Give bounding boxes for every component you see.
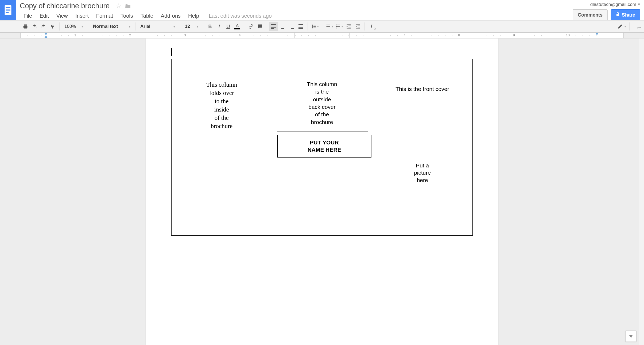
last-edit-label[interactable]: Last edit was seconds ago [203,11,276,21]
right-indent-marker[interactable] [595,33,599,35]
col2-line: brochure [277,118,367,126]
account-menu[interactable]: dlastutech@gmail.com ▾ [590,2,640,7]
caret-down-icon: ▾ [82,25,83,28]
toolbar-separator [364,22,365,30]
title-bar: Copy of chiccarine brochure ☆ File Edit … [0,0,644,20]
header-buttons: Comments Share [573,9,640,21]
line-spacing-button[interactable]: ▾ [310,22,320,31]
menu-addons[interactable]: Add-ons [157,11,185,21]
toolbar-separator [180,22,180,30]
folder-icon[interactable] [125,3,131,8]
first-line-indent-marker[interactable] [44,33,48,35]
bulleted-list-button[interactable]: ▾ [334,22,344,31]
align-left-button[interactable] [269,22,278,31]
caret-down-icon: ▾ [197,25,198,28]
editing-mode-button[interactable]: ▾ [616,22,627,31]
menu-help[interactable]: Help [184,11,203,21]
svg-rect-4 [6,12,9,13]
header-right: dlastutech@gmail.com ▾ Comments Share [573,2,640,21]
menu-view[interactable]: View [53,11,72,21]
svg-point-7 [336,28,337,28]
menu-tools[interactable]: Tools [117,11,137,21]
print-button[interactable] [21,22,30,31]
bold-button[interactable]: B [205,22,215,31]
col1-line: of the [177,114,266,122]
star-icon[interactable]: ☆ [116,2,121,9]
menu-edit[interactable]: Edit [36,11,52,21]
col2-line: This column [277,80,367,88]
text-cursor [171,48,172,56]
undo-button[interactable] [30,22,39,31]
brochure-col-1[interactable]: This column folds over to the inside of … [172,59,272,236]
col1-line: brochure [177,122,266,130]
decrease-indent-button[interactable] [344,22,353,31]
redo-button[interactable] [39,22,48,31]
share-button-label: Share [622,12,635,18]
paragraph-style-combo[interactable]: Normal text ▾ [90,22,133,31]
vertical-scrollbar[interactable] [639,39,644,345]
increase-indent-button[interactable] [353,22,362,31]
horizontal-ruler[interactable]: 1 2 3 4 5 6 7 8 9 10 [0,33,644,39]
insert-comment-button[interactable] [255,22,265,31]
italic-button[interactable]: I [215,22,224,31]
svg-rect-0 [5,5,11,15]
left-indent-marker[interactable] [44,35,48,38]
toolbar-separator [629,22,630,30]
account-email: dlastutech@gmail.com [590,2,636,7]
caret-down-icon: ▾ [332,25,333,28]
toolbar-right: ▾ ︽ [616,22,642,31]
insert-link-button[interactable] [246,22,255,31]
caret-down-icon: ▾ [342,25,343,28]
brochure-table[interactable]: This column folds over to the inside of … [171,59,473,236]
zoom-value: 100% [64,24,76,29]
font-size-value: 12 [185,24,190,29]
caret-down-icon: ▾ [129,25,130,28]
paint-format-button[interactable] [48,22,57,31]
align-justify-button[interactable] [296,22,305,31]
svg-rect-2 [6,9,10,10]
col2-text: This column is the outside back cover of… [277,80,367,126]
text-color-button[interactable]: A [233,22,242,31]
menu-file[interactable]: File [20,11,36,21]
toolbar-separator [88,22,88,30]
clear-formatting-button[interactable]: I ✕ [367,22,376,31]
paragraph-style-value: Normal text [93,24,118,29]
col1-line: to the [177,97,266,105]
toolbar-separator [308,22,308,30]
underline-button[interactable]: U [224,22,233,31]
pic-line: here [378,177,467,184]
menu-table[interactable]: Table [137,11,157,21]
toolbar-separator [203,22,203,30]
col1-line: This column [177,80,266,89]
col1-line: folds over [177,89,266,97]
explore-button[interactable] [625,331,637,342]
name-placeholder-box[interactable]: PUT YOUR NAME HERE [277,135,371,158]
pic-line: picture [378,169,467,176]
toolbar: 100% ▾ Normal text ▾ Arial ▾ 12 ▾ B I U … [0,20,644,33]
svg-point-5 [336,25,337,25]
comments-button[interactable]: Comments [573,9,608,21]
collapse-toolbar-button[interactable]: ︽ [637,23,642,30]
caret-down-icon: ▾ [173,25,175,28]
svg-point-6 [336,26,337,27]
col1-text: This column folds over to the inside of … [177,80,266,130]
font-size-combo[interactable]: 12 ▾ [182,22,201,31]
pic-line: Put a [378,162,467,169]
share-button[interactable]: Share [611,9,640,21]
col2-line: back cover [277,103,367,111]
brochure-col-3[interactable]: This is the front cover Put a picture he… [372,59,473,236]
font-family-combo[interactable]: Arial ▾ [138,22,178,31]
align-right-button[interactable] [287,22,296,31]
caret-down-icon: ▾ [624,25,626,28]
toolbar-separator [59,22,60,30]
zoom-combo[interactable]: 100% ▾ [62,22,86,31]
brochure-col-2[interactable]: This column is the outside back cover of… [272,59,372,236]
document-page[interactable]: This column folds over to the inside of … [146,39,498,345]
numbered-list-button[interactable]: ▾ [324,22,334,31]
menu-insert[interactable]: Insert [72,11,92,21]
col3-picture-placeholder: Put a picture here [378,162,467,184]
app-docs-icon[interactable] [0,0,16,20]
menu-format[interactable]: Format [92,11,117,21]
align-center-button[interactable] [278,22,287,31]
document-title[interactable]: Copy of chiccarine brochure [20,2,110,10]
